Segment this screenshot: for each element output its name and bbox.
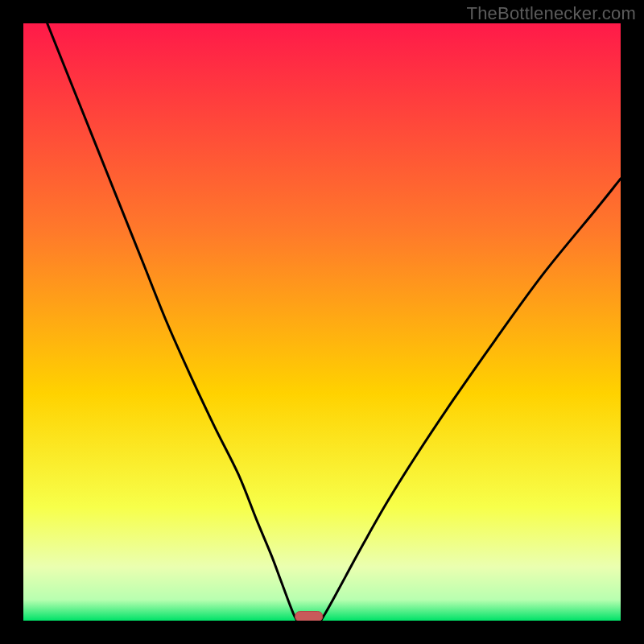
- chart-frame: TheBottlenecker.com: [0, 0, 644, 644]
- optimum-marker: [295, 612, 323, 621]
- bottleneck-chart: [23, 23, 621, 621]
- gradient-background: [23, 23, 621, 621]
- attribution-label: TheBottlenecker.com: [467, 3, 636, 24]
